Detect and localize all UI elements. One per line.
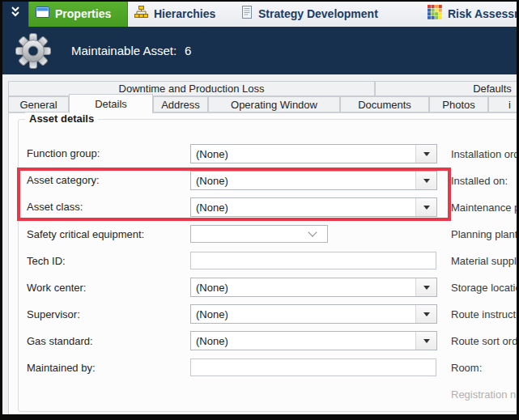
dropdown-arrow-icon (423, 206, 430, 210)
collapse-ribbon-button[interactable] (0, 0, 31, 27)
dropdown-arrow-button[interactable] (415, 278, 436, 296)
dropdown-arrow-icon (423, 312, 430, 316)
dropdown-arrow-icon (423, 179, 430, 183)
combo-value: (None) (191, 202, 415, 214)
field-label-planning-plant: Planning plant (451, 228, 517, 240)
tab-downtime-and-production-loss[interactable]: Downtime and Production Loss (8, 81, 375, 96)
asset-category-combo[interactable]: (None) (190, 171, 437, 190)
safety-critical-equipment-select[interactable] (190, 225, 328, 243)
field-label-asset-category: Asset category: (27, 174, 187, 186)
ribbon-tab-label: Hierarchies (154, 7, 215, 20)
work-center-combo[interactable]: (None) (190, 278, 437, 297)
ribbon-tab-label: Properties (55, 7, 111, 20)
ribbon-tab-label: Risk Assessment (448, 7, 519, 20)
window-icon (36, 6, 49, 21)
field-label-route-sort-order: Route sort ord (451, 335, 517, 347)
tab-label: Photos (442, 99, 474, 111)
tab-label: Details (95, 98, 127, 110)
field-label-tech-id: Tech ID: (27, 255, 187, 267)
dropdown-arrow-button[interactable] (415, 145, 436, 163)
dropdown-arrow-button[interactable] (415, 198, 436, 216)
document-icon (241, 6, 253, 22)
tab-documents[interactable]: Documents (340, 96, 429, 112)
field-label-maintenance-plant: Maintenance pl (451, 202, 517, 214)
screenshot-border (0, 414, 519, 420)
function-group-combo[interactable]: (None) (190, 144, 437, 163)
field-label-gas-standard: Gas standard: (27, 335, 187, 347)
ribbon-tab-risk-assessment[interactable]: Risk Assessment (421, 0, 519, 27)
tab-defaults[interactable]: Defaults (375, 81, 519, 96)
ribbon-tab-hierarchies[interactable]: Hierarchies (128, 0, 227, 27)
group-title: Asset details (25, 112, 98, 125)
tab-details[interactable]: Details (69, 94, 153, 113)
field-label-installed-on: Installed on: (451, 175, 517, 187)
field-label-installation-order: Installation ord (451, 148, 517, 160)
page-title-value: 6 (185, 44, 191, 57)
field-label-supervisor: Supervisor: (27, 308, 187, 320)
field-label-material-supply: Material supply (451, 255, 517, 267)
ribbon-tab-strategy-development[interactable]: Strategy Development (235, 0, 411, 27)
dropdown-arrow-icon (423, 339, 430, 343)
tab-label: Downtime and Production Loss (119, 83, 265, 95)
field-label-asset-class: Asset class: (27, 201, 187, 213)
field-label-room: Room: (451, 362, 517, 374)
tab-label: i (508, 99, 511, 111)
tab-partial[interactable]: i (488, 96, 519, 112)
tab-label: Operating Window (231, 99, 317, 111)
dropdown-arrow-icon (423, 152, 430, 156)
tab-label: General (19, 99, 57, 111)
screenshot-border (0, 0, 519, 2)
field-label-storage-location: Storage locatio (451, 282, 517, 294)
tab-operating-window[interactable]: Operating Window (208, 96, 340, 112)
record-header: Maintainable Asset: 6 (0, 27, 519, 74)
combo-value: (None) (191, 308, 415, 320)
asset-class-combo[interactable]: (None) (190, 197, 437, 217)
application-window: Properties Hierarchies (0, 0, 519, 420)
supervisor-combo[interactable]: (None) (190, 304, 437, 324)
tab-label: Address (161, 99, 200, 111)
field-label-registration-number-disabled: Registration n (451, 388, 517, 401)
tech-id-input[interactable] (190, 252, 436, 269)
ribbon-tab-label: Strategy Development (258, 7, 378, 20)
chevron-down-icon (308, 227, 317, 236)
dropdown-arrow-button[interactable] (415, 172, 436, 189)
dropdown-arrow-button[interactable] (415, 305, 436, 323)
tab-label: Documents (358, 99, 411, 111)
combo-value: (None) (191, 282, 415, 294)
ribbon-tab-strip: Properties Hierarchies (0, 0, 519, 27)
field-label-maintained-by: Maintained by: (27, 362, 187, 374)
combo-value: (None) (191, 335, 415, 347)
ribbon-tab-properties[interactable]: Properties (28, 0, 128, 27)
field-label-function-group: Function group: (27, 147, 187, 159)
dropdown-arrow-button[interactable] (415, 332, 436, 350)
tab-photos[interactable]: Photos (429, 96, 488, 112)
tab-general[interactable]: General (8, 96, 69, 112)
page-title-label: Maintainable Asset: (71, 44, 177, 57)
page-title: Maintainable Asset: 6 (71, 27, 191, 74)
field-label-safety-critical-equipment: Safety critical equipment: (27, 228, 187, 240)
tab-label: Defaults (473, 83, 512, 95)
double-chevron-down-icon (10, 5, 21, 22)
hierarchy-icon (134, 6, 148, 21)
tab-address[interactable]: Address (153, 96, 208, 112)
field-label-route-instructions: Route instructi (451, 308, 517, 320)
gas-standard-combo[interactable]: (None) (190, 331, 437, 350)
dropdown-arrow-icon (423, 286, 430, 290)
maintained-by-input[interactable] (190, 358, 436, 376)
gear-icon (15, 32, 52, 73)
combo-value: (None) (191, 175, 415, 187)
screenshot-border (0, 0, 2, 420)
risk-matrix-icon (428, 5, 442, 23)
combo-value: (None) (191, 148, 415, 160)
field-label-work-center: Work center: (27, 282, 187, 294)
